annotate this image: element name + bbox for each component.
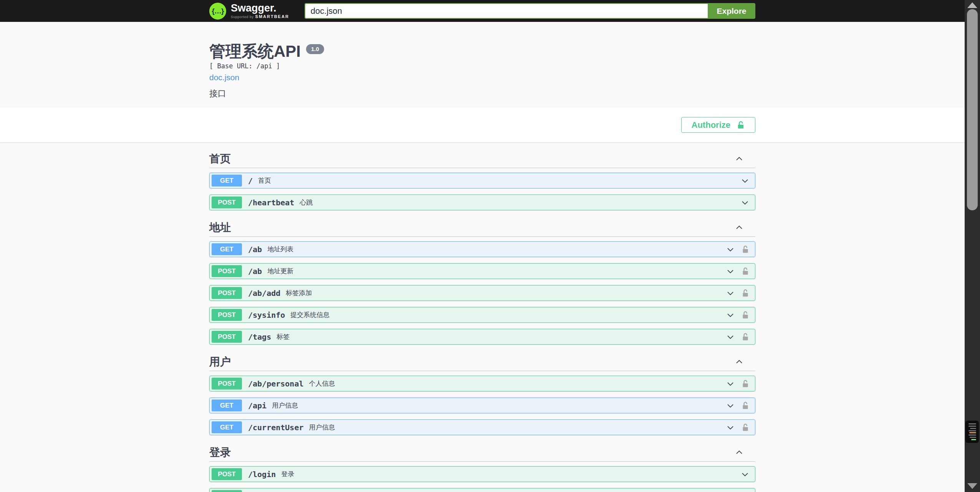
operation-summary: 心跳 [300, 198, 740, 207]
swagger-logo-link[interactable]: {…} Swagger. Supported bySMARTBEAR [209, 3, 289, 20]
lock-icon [741, 245, 750, 254]
expand-operation-button[interactable] [726, 332, 735, 342]
chevron-down-icon [740, 176, 750, 185]
expand-operation-button[interactable] [726, 245, 735, 254]
operation-row[interactable]: GET /api 用户信息 [209, 398, 755, 413]
operation-row[interactable]: POST /loginstatus 登录状态 [209, 488, 755, 492]
method-badge: POST [212, 331, 242, 343]
auth-lock-button[interactable] [741, 423, 750, 432]
operation-summary: 个人信息 [309, 379, 726, 388]
operation-summary: 用户信息 [309, 423, 726, 432]
section-header[interactable]: 首页 [209, 148, 755, 168]
collapse-section-button[interactable] [735, 154, 744, 163]
operation-row[interactable]: POST /sysinfo 提交系统信息 [209, 307, 755, 323]
unlock-icon [737, 121, 745, 129]
expand-operation-button[interactable] [726, 289, 735, 298]
operation-section: 登录 POST /login 登录 POST /loginstatus 登录状态 [209, 441, 755, 492]
method-badge: GET [212, 175, 242, 187]
section-title: 首页 [209, 153, 231, 165]
expand-operation-button[interactable] [726, 267, 735, 276]
auth-lock-button[interactable] [741, 289, 750, 297]
operation-row[interactable]: POST /ab 地址更新 [209, 263, 755, 279]
brand-sub-prefix: Supported by [231, 15, 254, 19]
chevron-down-icon [726, 245, 735, 254]
operation-row[interactable]: POST /login 登录 [209, 466, 755, 482]
expand-operation-button[interactable] [740, 176, 750, 185]
chevron-up-icon [735, 154, 744, 163]
operation-path: /ab [248, 267, 262, 276]
operation-path: /tags [248, 332, 271, 342]
lock-icon [741, 311, 750, 319]
method-badge: POST [212, 309, 242, 321]
section-title: 用户 [209, 356, 231, 368]
expand-operation-button[interactable] [726, 310, 735, 320]
chevron-down-icon [726, 423, 735, 432]
method-badge: POST [212, 287, 242, 299]
chevron-down-icon [726, 267, 735, 276]
operation-summary: 标签 [276, 332, 726, 341]
operation-row[interactable]: POST /ab/add 标签添加 [209, 285, 755, 301]
section-body: GET / 首页 POST /heartbeat 心跳 [209, 168, 755, 210]
spec-url-input[interactable] [305, 3, 708, 19]
scrollbar-up-arrow-icon[interactable] [967, 2, 977, 8]
operation-summary: 登录 [281, 470, 740, 479]
expand-operation-button[interactable] [726, 423, 735, 432]
expand-operation-button[interactable] [726, 379, 735, 388]
collapse-section-button[interactable] [735, 223, 744, 232]
scrollbar-down-arrow-icon[interactable] [967, 483, 977, 489]
operation-section: 用户 POST /ab/personal 个人信息 GET /api 用户信 [209, 351, 755, 435]
page-title: 管理系统API1.0 [209, 42, 755, 61]
section-header[interactable]: 地址 [209, 216, 755, 237]
base-url: [ Base URL: /api ] [209, 62, 755, 70]
auth-lock-button[interactable] [741, 401, 750, 410]
api-info: 管理系统API1.0 [ Base URL: /api ] doc.json 接… [0, 22, 965, 107]
operation-summary: 提交系统信息 [290, 310, 726, 319]
explore-button[interactable]: Explore [708, 3, 755, 19]
authorize-button[interactable]: Authorize [681, 117, 755, 133]
section-title: 登录 [209, 447, 231, 458]
method-badge: POST [212, 468, 242, 480]
operation-section: 首页 GET / 首页 POST /heartbeat 心跳 [209, 148, 755, 210]
method-badge: POST [212, 490, 242, 492]
operation-path: /sysinfo [248, 310, 285, 320]
operation-row[interactable]: GET /currentUser 用户信息 [209, 419, 755, 435]
chevron-up-icon [735, 448, 744, 457]
operation-path: /api [248, 401, 267, 410]
operation-row[interactable]: POST /tags 标签 [209, 329, 755, 345]
section-header[interactable]: 登录 [209, 441, 755, 462]
scheme-container: Authorize [0, 107, 965, 142]
operation-summary: 地址更新 [267, 267, 726, 276]
auth-lock-button[interactable] [741, 311, 750, 319]
auth-lock-button[interactable] [741, 380, 750, 388]
operation-summary: 用户信息 [272, 401, 726, 410]
method-badge: GET [212, 243, 242, 255]
section-header[interactable]: 用户 [209, 351, 755, 371]
operation-row[interactable]: GET / 首页 [209, 173, 755, 188]
brand-sub-name: SMARTBEAR [255, 14, 289, 19]
collapse-section-button[interactable] [735, 357, 744, 367]
chevron-up-icon [735, 357, 744, 367]
operation-row[interactable]: POST /ab/personal 个人信息 [209, 376, 755, 391]
method-badge: POST [212, 265, 242, 277]
topbar: {…} Swagger. Supported bySMARTBEAR Explo… [0, 0, 965, 22]
authorize-label: Authorize [692, 120, 730, 130]
minimap-widget[interactable] [965, 421, 979, 443]
expand-operation-button[interactable] [726, 401, 735, 410]
expand-operation-button[interactable] [740, 470, 750, 479]
operation-path: /ab/personal [248, 379, 304, 388]
operation-row[interactable]: POST /heartbeat 心跳 [209, 195, 755, 210]
spec-link[interactable]: doc.json [209, 73, 239, 83]
scrollbar-thumb[interactable] [967, 9, 978, 210]
auth-lock-button[interactable] [741, 245, 750, 254]
api-title-text: 管理系统API [209, 42, 301, 60]
auth-lock-button[interactable] [741, 267, 750, 276]
auth-lock-button[interactable] [741, 333, 750, 341]
collapse-section-button[interactable] [735, 448, 744, 457]
expand-operation-button[interactable] [740, 198, 750, 207]
lock-icon [741, 423, 750, 432]
operation-row[interactable]: GET /ab 地址列表 [209, 241, 755, 257]
method-badge: GET [212, 400, 242, 411]
method-badge: GET [212, 421, 242, 433]
chevron-down-icon [726, 332, 735, 342]
spec-url-form: Explore [305, 3, 755, 19]
